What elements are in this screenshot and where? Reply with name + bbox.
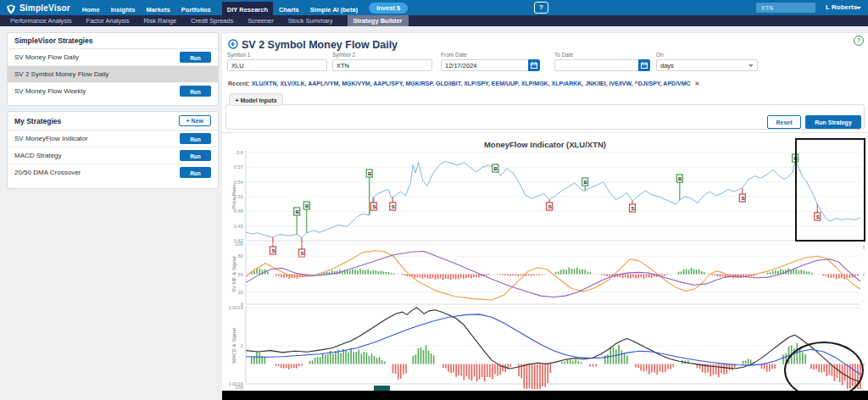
annotation-rectangle [795, 138, 865, 242]
simplevisor-app: SimpleVisor HomeInsightsMarketsPortfolio… [0, 0, 868, 400]
recent-pair-link[interactable]: , EEM/UUP [488, 81, 518, 86]
tab-factor-analysis[interactable]: Factor Analysis [86, 15, 130, 26]
y-tick-right: -50 [863, 298, 865, 303]
top-navbar: SimpleVisor HomeInsightsMarketsPortfolio… [0, 0, 868, 15]
new-strategy-button[interactable]: + New [179, 115, 211, 126]
help-icon[interactable]: ? [534, 2, 548, 14]
recent-pair-link[interactable]: , MGK/VYM [338, 81, 370, 86]
y-tick: 0 [241, 343, 243, 348]
strategy-row[interactable]: 20/50 DMA CrossoverRun [8, 164, 218, 181]
invest-button[interactable]: Invest $ [369, 3, 408, 14]
to-date-input[interactable] [554, 59, 639, 71]
y-tick: 50 [238, 272, 243, 277]
tab-strategy-builder[interactable]: Strategy Builder [348, 15, 409, 26]
nav-item-portfolios[interactable]: Portfolios [181, 6, 211, 14]
field-label: From Date [441, 52, 540, 58]
sub-navbar: Performance AnalysisFactor AnalysisRisk … [0, 15, 868, 26]
chevron-down-icon[interactable] [856, 7, 861, 9]
nav-items: HomeInsightsMarketsPortfoliosDIY Researc… [82, 0, 369, 15]
svg-text:B: B [295, 209, 299, 214]
model-inputs-toggle[interactable]: + Model Inputs [229, 93, 283, 106]
calendar-icon[interactable] [528, 59, 540, 71]
recent-pair-link[interactable]: , XLP/MGK [518, 81, 548, 86]
mf-line [246, 251, 860, 300]
nav-item-markets[interactable]: Markets [146, 6, 170, 14]
page-help-icon[interactable]: ? [854, 36, 864, 46]
nav-item-home[interactable]: Home [82, 6, 100, 14]
tab-performance-analysis[interactable]: Performance Analysis [10, 15, 72, 26]
svg-text:S: S [548, 204, 552, 209]
field-on: Ondays [656, 52, 758, 71]
svg-text:B: B [583, 180, 587, 185]
symbol-1-input[interactable] [227, 59, 327, 71]
strategy-row[interactable]: MACD StrategyRun [8, 147, 218, 164]
strategy-row[interactable]: SV Money Flow WeeklyRun [8, 83, 218, 99]
macd-line [246, 308, 860, 382]
strategy-label: SV 2 Symbol Money Flow Daily [14, 70, 109, 78]
recent-pair-link[interactable]: , JNK/IEI [581, 81, 605, 86]
strategy-row[interactable]: SV MoneyFlow IndicatorRun [8, 131, 218, 147]
reset-button[interactable]: Reset [767, 115, 801, 129]
run-strategy-button[interactable]: Run Strategy [805, 115, 861, 129]
recent-pair-link[interactable]: , XLV/XLK [277, 81, 305, 86]
y-tick: 100 [235, 242, 243, 247]
run-button[interactable]: Run [180, 86, 211, 97]
run-button[interactable]: Run [180, 52, 211, 63]
recent-pair-link[interactable]: , IVE/IVW [606, 81, 632, 86]
clear-recent-icon[interactable]: ✕ [695, 81, 700, 86]
recent-pair-link[interactable]: , AAPL/SPY [370, 81, 403, 86]
tab-stock-summary[interactable]: Stock Summary [288, 15, 333, 26]
run-button[interactable]: Run [180, 133, 211, 144]
strategy-list: SV Money Flow DailyRunSV 2 Symbol Money … [8, 49, 218, 99]
page-title-row: SV 2 Symbol Money Flow Daily [228, 37, 398, 53]
y-tick: 0.6 [236, 150, 243, 155]
recent-pair-link[interactable]: , XLP/ARKK [548, 81, 582, 86]
svg-text:S: S [372, 204, 376, 209]
recent-pair-link[interactable]: , MGK/RSP [403, 81, 433, 86]
recent-pair-link[interactable]: , GLD/IBIT [432, 81, 460, 86]
tab-credit-spreads[interactable]: Credit Spreads [191, 15, 233, 26]
svg-text:S: S [741, 196, 744, 201]
y-tick: 0.45 [234, 224, 243, 229]
from-date-input[interactable] [441, 59, 529, 71]
strategy-row[interactable]: SV 2 Symbol Money Flow Daily [8, 66, 218, 83]
recent-pair-link[interactable]: , AAPL/VYM [305, 81, 339, 86]
nav-item-charts[interactable]: Charts [279, 6, 299, 14]
y-tick: 0.57 [234, 164, 243, 169]
select-on[interactable]: days [656, 59, 758, 71]
moneyflow-chart: MoneyFlow Indicator (XLU/XTN) Price Rati… [222, 136, 868, 391]
panel-title: My Strategies [14, 117, 61, 125]
recent-pair-link[interactable]: XLU/XTN [252, 81, 277, 86]
macd_signal-line [246, 314, 860, 375]
svg-text:B: B [305, 203, 309, 208]
calendar-icon[interactable] [638, 59, 650, 71]
search-input[interactable] [756, 3, 815, 13]
field-label: To Date [554, 52, 650, 58]
strategy-label: MACD Strategy [14, 152, 62, 159]
field-from-date: From Date [441, 52, 540, 71]
nav-item-simple-ai-beta-[interactable]: Simple AI (beta) [310, 6, 358, 14]
run-button[interactable]: Run [180, 167, 211, 178]
run-button[interactable]: Run [180, 150, 211, 161]
recent-pair-link[interactable]: , XLP/SPY [460, 81, 488, 86]
symbol-2-input[interactable] [332, 59, 432, 71]
panel-macd: MACD & Signal0-0.0006MACD Diff [231, 306, 865, 389]
user-menu[interactable]: L Roberts [826, 0, 857, 15]
panel-sv_mf: SV MF & Signal500-50SV MF EOD [231, 242, 865, 304]
recent-pair-link[interactable]: , APD/VMC [660, 81, 691, 86]
svg-text:S: S [301, 251, 304, 256]
recent-pair-link[interactable]: , ^DJI/SPY [632, 81, 660, 86]
svg-text:B: B [494, 166, 498, 171]
strategy-label: SV Money Flow Daily [14, 53, 79, 61]
nav-item-insights[interactable]: Insights [111, 6, 136, 14]
tab-screener[interactable]: Screener [248, 15, 273, 26]
tab-risk-range[interactable]: Risk Range [143, 15, 176, 26]
y-tick-right: 0 [863, 272, 865, 277]
signal-markers: SBSBBSSBSBSBSBS [270, 154, 820, 257]
section-divider [222, 132, 868, 133]
strategy-row[interactable]: SV Money Flow DailyRun [8, 49, 218, 66]
brand[interactable]: SimpleVisor [6, 3, 70, 13]
y-tick: 0.51 [234, 194, 243, 199]
panel-header: My Strategies + New [8, 112, 218, 131]
histogram [252, 343, 860, 389]
